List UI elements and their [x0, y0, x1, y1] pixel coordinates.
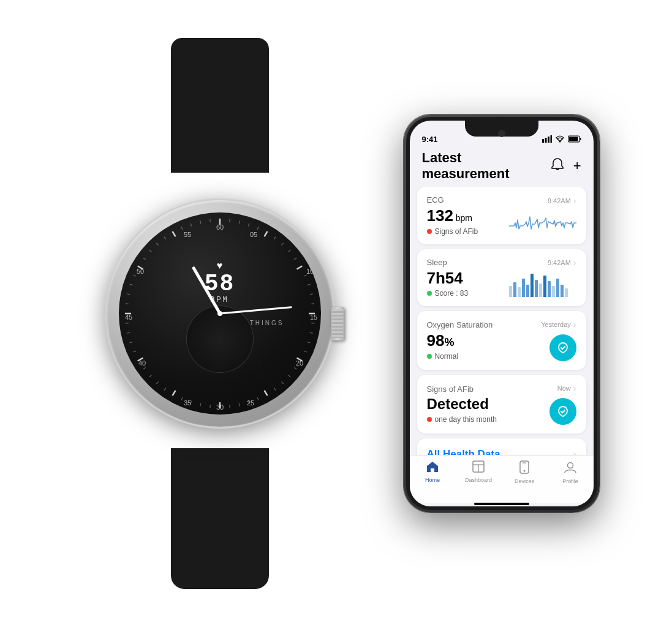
bell-icon[interactable]	[551, 158, 564, 175]
svg-line-24	[274, 388, 276, 390]
afib-value: Detected	[427, 396, 549, 412]
battery-icon	[568, 135, 581, 144]
o2-time: Yesterday	[541, 321, 571, 328]
afib-card[interactable]: Signs of AFib Detected one day this mont…	[417, 375, 586, 434]
svg-line-35	[172, 391, 175, 396]
svg-line-23	[281, 381, 283, 384]
tab-profile[interactable]: Profile	[548, 460, 594, 484]
ecg-status: Signs of AFib	[427, 227, 509, 236]
svg-line-28	[239, 404, 240, 407]
profile-tab-icon	[564, 460, 577, 476]
o2-status-text: Normal	[435, 352, 459, 361]
afib-card-right: Now ›	[549, 383, 576, 425]
o2-time-row: Yesterday ›	[541, 320, 576, 329]
ecg-status-text: Signs of AFib	[435, 227, 478, 236]
all-health-chevron: ›	[573, 449, 576, 455]
sleep-value: 7h54	[427, 269, 509, 287]
svg-line-42	[129, 342, 132, 343]
sleep-chevron: ›	[573, 258, 576, 268]
svg-line-51	[143, 258, 145, 260]
ecg-card[interactable]: ECG 132 bpm Signs of AFib	[417, 187, 586, 244]
svg-line-31	[210, 405, 210, 408]
svg-rect-77	[542, 139, 544, 143]
all-health-card[interactable]: All Health Data ›	[417, 438, 586, 455]
svg-text:45: 45	[124, 314, 132, 321]
sleep-chart	[509, 272, 576, 297]
svg-text:35: 35	[183, 399, 191, 407]
afib-type-label: Signs of AFib	[427, 385, 474, 394]
app-content: ECG 132 bpm Signs of AFib	[410, 187, 594, 455]
o2-card-right: Yesterday ›	[541, 320, 576, 361]
ecg-type-label: ECG	[427, 195, 444, 205]
phone-container: 9:41 Latest measu	[404, 115, 600, 512]
svg-line-19	[304, 351, 307, 352]
ecg-time-row: 9:42AM ›	[548, 196, 576, 206]
afib-time-row: Now ›	[557, 383, 576, 393]
svg-text:60: 60	[216, 223, 223, 231]
svg-line-9	[294, 258, 296, 260]
svg-rect-80	[550, 135, 552, 143]
plus-icon[interactable]: +	[573, 158, 581, 175]
ecg-card-left: ECG 132 bpm Signs of AFib	[427, 195, 509, 236]
svg-point-81	[559, 141, 561, 143]
ecg-chevron: ›	[573, 196, 576, 206]
o2-card[interactable]: Oxygen Saturation 98% Normal	[417, 311, 586, 370]
header-title: Latest measurement	[422, 150, 551, 182]
watch-strap-bottom	[171, 448, 269, 589]
svg-line-48	[129, 284, 132, 285]
svg-line-47	[127, 294, 130, 295]
svg-line-58	[200, 220, 200, 223]
tab-home[interactable]: Home	[410, 460, 456, 483]
afib-card-left: Signs of AFib Detected one day this mont…	[427, 385, 549, 423]
svg-point-90	[568, 463, 573, 468]
home-tab-label: Home	[425, 477, 440, 483]
tab-devices[interactable]: Devices	[502, 460, 548, 484]
svg-text:15: 15	[309, 314, 317, 321]
tab-bar: Home Dashboard Devices	[410, 455, 594, 503]
svg-line-13	[309, 294, 312, 295]
sleep-time: 9:42AM	[548, 259, 571, 266]
svg-rect-83	[568, 137, 578, 141]
o2-icon	[549, 334, 576, 361]
sleep-card-left: Sleep 7h54 Score : 83	[427, 258, 509, 298]
sleep-card-right: 9:42AM ›	[509, 258, 576, 297]
home-bar	[474, 503, 529, 505]
svg-line-14	[311, 304, 314, 304]
afib-icon	[549, 398, 576, 425]
home-indicator	[410, 503, 594, 506]
watch-container: 60 05 10 15 20 25 30 35 40 45 50 55 // D…	[73, 38, 367, 589]
tab-dashboard[interactable]: Dashboard	[456, 460, 502, 483]
sub-dial-svg: document.currentScript.parentElement.inn…	[187, 306, 253, 372]
svg-line-37	[156, 381, 158, 384]
svg-line-54	[164, 237, 165, 239]
svg-line-29	[229, 405, 230, 408]
sleep-status: Score : 83	[427, 289, 509, 298]
svg-line-25	[264, 391, 267, 396]
phone-notch	[465, 121, 538, 137]
sleep-card[interactable]: Sleep 7h54 Score : 83 9:42AM ›	[417, 249, 586, 307]
svg-line-46	[125, 304, 128, 304]
phone-camera	[498, 130, 505, 137]
status-time: 9:41	[422, 135, 438, 144]
afib-time: Now	[557, 385, 571, 392]
svg-line-3	[248, 223, 249, 227]
svg-line-7	[281, 243, 283, 246]
svg-line-43	[127, 332, 130, 333]
watch-face: 60 05 10 15 20 25 30 35 40 45 50 55 // D…	[119, 212, 321, 415]
svg-line-53	[156, 243, 158, 246]
svg-line-18	[307, 342, 310, 343]
all-health-label: All Health Data	[427, 448, 500, 455]
ecg-value: 132 bpm	[427, 207, 509, 225]
svg-text:30: 30	[216, 404, 223, 411]
svg-line-39	[143, 367, 145, 369]
svg-line-55	[172, 231, 175, 237]
o2-type-label: Oxygen Saturation	[427, 320, 493, 329]
svg-line-52	[149, 250, 151, 252]
profile-tab-label: Profile	[562, 478, 578, 484]
afib-status: one day this month	[427, 415, 549, 424]
svg-line-16	[311, 323, 314, 324]
phone-frame: 9:41 Latest measu	[404, 115, 600, 512]
svg-text:20: 20	[295, 359, 303, 367]
ecg-status-dot	[427, 229, 432, 234]
devices-tab-icon	[519, 460, 530, 476]
